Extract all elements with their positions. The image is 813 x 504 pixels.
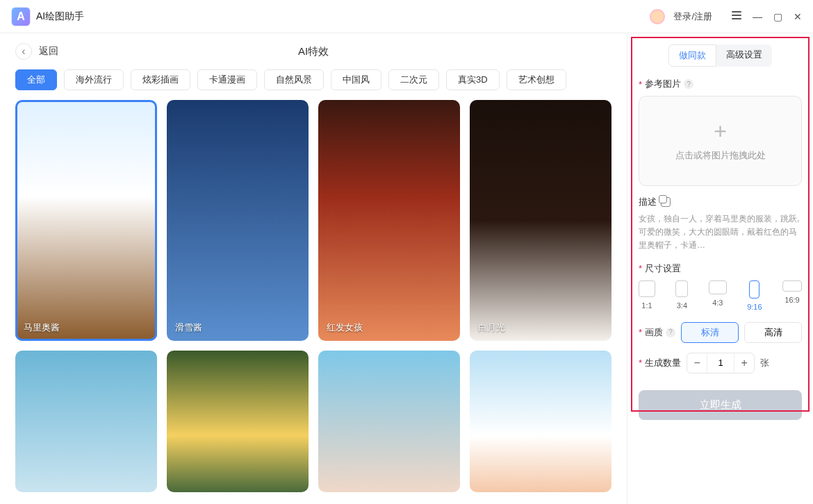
increment-button[interactable]: + xyxy=(734,353,754,373)
help-icon[interactable]: ? xyxy=(666,328,675,337)
thumbnail xyxy=(470,351,611,492)
tag-4[interactable]: 自然风景 xyxy=(264,69,324,90)
page-title: AI特效 xyxy=(298,45,329,58)
gallery-card[interactable]: 白月光 xyxy=(470,100,611,341)
side-panel: 做同款高级设置 *参考图片 ? + 点击或将图片拖拽此处 描述 女孩，独自一人，… xyxy=(627,33,813,504)
tag-7[interactable]: 真实3D xyxy=(446,69,500,90)
tag-8[interactable]: 艺术创想 xyxy=(507,69,566,90)
quality-label: *画质 ? xyxy=(639,326,675,339)
close-button[interactable]: ✕ xyxy=(794,11,802,22)
gallery-card[interactable]: 红发女孩 xyxy=(318,100,460,341)
quantity-stepper[interactable]: − 1 + xyxy=(687,353,755,373)
desc-label: 描述 xyxy=(639,196,657,208)
tag-0[interactable]: 全部 xyxy=(15,69,57,90)
gallery-card[interactable] xyxy=(470,351,611,492)
gallery-card[interactable]: 滑雪酱 xyxy=(167,100,309,341)
thumbnail xyxy=(470,100,611,341)
login-link[interactable]: 登录/注册 xyxy=(673,10,712,23)
gallery-card[interactable] xyxy=(318,351,460,492)
gallery-card[interactable] xyxy=(167,351,309,492)
ref-image-label: *参考图片 ? xyxy=(639,78,802,90)
tag-1[interactable]: 海外流行 xyxy=(64,69,124,90)
side-tabs: 做同款高级设置 xyxy=(639,44,802,67)
size-option-3:4[interactable]: 3:4 xyxy=(675,280,688,311)
minimize-button[interactable]: — xyxy=(753,11,762,22)
app-title: AI绘图助手 xyxy=(36,10,84,23)
count-value: 1 xyxy=(707,353,734,373)
thumbnail xyxy=(15,100,157,341)
thumbnail xyxy=(167,351,309,492)
tag-row: 全部海外流行炫彩插画卡通漫画自然风景中国风二次元真实3D艺术创想 xyxy=(15,69,611,90)
count-unit: 张 xyxy=(760,357,769,369)
generate-button[interactable]: 立即生成 xyxy=(639,390,802,420)
quality-option-1[interactable]: 高清 xyxy=(744,322,802,343)
copy-icon[interactable] xyxy=(661,197,671,207)
decrement-button[interactable]: − xyxy=(687,353,707,373)
card-label: 马里奥酱 xyxy=(24,321,60,334)
tag-3[interactable]: 卡通漫画 xyxy=(197,69,257,90)
thumbnail xyxy=(318,100,460,341)
thumbnail xyxy=(15,351,157,492)
avatar[interactable] xyxy=(650,9,665,24)
card-label: 滑雪酱 xyxy=(175,321,202,334)
desc-text: 女孩，独自一人，穿着马里奥的服装，跳跃,可爱的微笑，大大的圆眼睛，戴着红色的马里… xyxy=(639,212,802,253)
back-button[interactable]: ‹ xyxy=(15,43,32,60)
back-label[interactable]: 返回 xyxy=(39,45,58,58)
side-tab-1[interactable]: 高级设置 xyxy=(716,44,772,67)
size-options: 1:13:44:39:1616:9 xyxy=(639,280,802,311)
size-option-16:9[interactable]: 16:9 xyxy=(782,280,802,311)
quality-option-0[interactable]: 标清 xyxy=(681,322,739,343)
size-option-1:1[interactable]: 1:1 xyxy=(639,280,655,311)
plus-icon: + xyxy=(714,120,727,142)
card-label: 红发女孩 xyxy=(327,321,363,334)
count-label: *生成数量 xyxy=(639,357,681,369)
size-option-4:3[interactable]: 4:3 xyxy=(709,280,727,311)
menu-icon[interactable] xyxy=(732,11,741,22)
help-icon[interactable]: ? xyxy=(684,79,693,89)
tag-6[interactable]: 二次元 xyxy=(388,69,439,90)
size-label: *尺寸设置 xyxy=(639,262,802,275)
side-tab-0[interactable]: 做同款 xyxy=(668,44,716,67)
thumbnail xyxy=(318,351,460,492)
maximize-button[interactable]: ▢ xyxy=(773,11,782,22)
main-panel: ‹ 返回 AI特效 全部海外流行炫彩插画卡通漫画自然风景中国风二次元真实3D艺术… xyxy=(0,33,627,504)
gallery-card[interactable] xyxy=(15,351,157,492)
size-option-9:16[interactable]: 9:16 xyxy=(747,280,762,311)
tag-5[interactable]: 中国风 xyxy=(331,69,381,90)
dropzone[interactable]: + 点击或将图片拖拽此处 xyxy=(639,96,802,186)
app-logo: A xyxy=(11,7,31,26)
card-label: 白月光 xyxy=(478,321,505,334)
tag-2[interactable]: 炫彩插画 xyxy=(131,69,190,90)
gallery: 马里奥酱滑雪酱红发女孩白月光 xyxy=(15,100,611,492)
titlebar: A AI绘图助手 登录/注册 — ▢ ✕ xyxy=(0,0,813,33)
thumbnail xyxy=(167,100,309,341)
gallery-card[interactable]: 马里奥酱 xyxy=(15,100,157,341)
